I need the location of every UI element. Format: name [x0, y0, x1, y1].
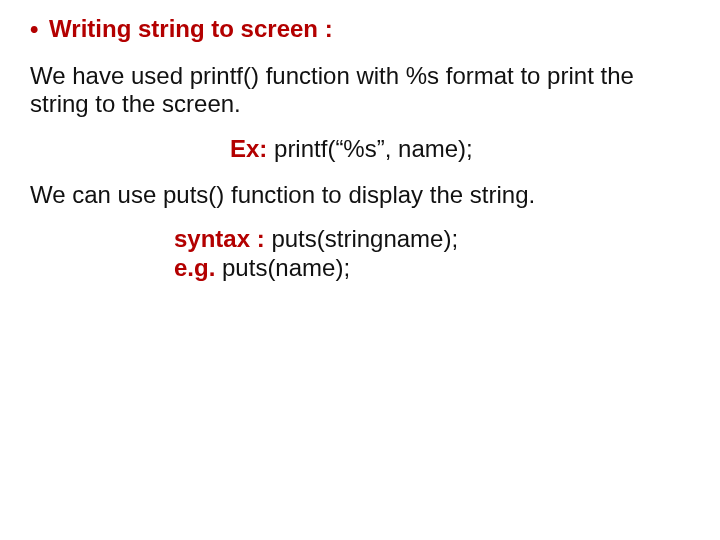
syntax-label: syntax :	[174, 225, 265, 252]
eg-label: e.g.	[174, 254, 215, 281]
example-code: printf(“%s”, name);	[274, 135, 473, 162]
example-line-2: e.g. puts(name);	[174, 254, 690, 282]
paragraph-printf: We have used printf() function with %s f…	[30, 62, 690, 119]
slide: • Writing string to screen : We have use…	[0, 0, 720, 540]
eg-code: puts(name);	[222, 254, 350, 281]
syntax-line: syntax : puts(stringname);	[174, 225, 690, 253]
section-heading: • Writing string to screen :	[30, 14, 690, 44]
example-label: Ex:	[230, 135, 267, 162]
heading-text: Writing string to screen :	[49, 15, 333, 42]
syntax-code: puts(stringname);	[271, 225, 458, 252]
syntax-block: syntax : puts(stringname); e.g. puts(nam…	[30, 225, 690, 282]
bullet-icon: •	[30, 14, 38, 44]
paragraph-puts: We can use puts() function to display th…	[30, 181, 690, 209]
example-line: Ex: printf(“%s”, name);	[30, 135, 690, 163]
